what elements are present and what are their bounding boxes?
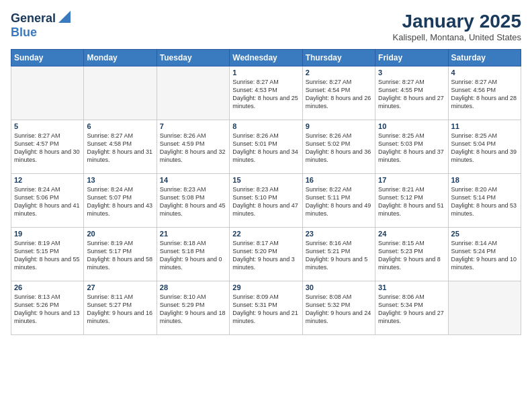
- day-info: Sunrise: 8:11 AMSunset: 5:27 PMDaylight:…: [87, 293, 153, 326]
- day-info: Sunrise: 8:24 AMSunset: 5:07 PMDaylight:…: [87, 185, 153, 218]
- day-number: 30: [306, 283, 372, 291]
- day-info: Sunrise: 8:27 AMSunset: 4:58 PMDaylight:…: [87, 132, 153, 165]
- day-cell-3: 3Sunrise: 8:27 AMSunset: 4:55 PMDaylight…: [375, 66, 448, 120]
- day-number: 9: [306, 122, 372, 130]
- day-cell-4: 4Sunrise: 8:27 AMSunset: 4:56 PMDaylight…: [448, 66, 521, 120]
- day-info: Sunrise: 8:23 AMSunset: 5:08 PMDaylight:…: [160, 185, 226, 218]
- day-header-saturday: Saturday: [448, 50, 521, 66]
- week-row-3: 12Sunrise: 8:24 AMSunset: 5:06 PMDayligh…: [11, 174, 521, 228]
- day-number: 26: [14, 283, 81, 291]
- day-info: Sunrise: 8:24 AMSunset: 5:06 PMDaylight:…: [14, 185, 81, 218]
- day-number: 31: [378, 283, 445, 291]
- day-number: 1: [232, 68, 299, 77]
- day-info: Sunrise: 8:27 AMSunset: 4:53 PMDaylight:…: [232, 78, 299, 111]
- day-number: 18: [451, 176, 518, 184]
- day-cell-16: 16Sunrise: 8:22 AMSunset: 5:11 PMDayligh…: [302, 174, 375, 228]
- logo-blue-text: Blue: [11, 26, 37, 39]
- day-number: 5: [14, 122, 81, 130]
- day-header-friday: Friday: [375, 50, 448, 66]
- day-info: Sunrise: 8:19 AMSunset: 5:15 PMDaylight:…: [14, 239, 81, 272]
- day-info: Sunrise: 8:26 AMSunset: 4:59 PMDaylight:…: [160, 132, 226, 165]
- day-number: 12: [14, 176, 81, 184]
- week-row-2: 5Sunrise: 8:27 AMSunset: 4:57 PMDaylight…: [11, 120, 521, 174]
- day-info: Sunrise: 8:08 AMSunset: 5:32 PMDaylight:…: [306, 293, 372, 326]
- day-number: 14: [160, 176, 226, 184]
- logo-general-text: General: [11, 11, 56, 26]
- day-info: Sunrise: 8:20 AMSunset: 5:14 PMDaylight:…: [451, 185, 518, 218]
- day-cell-15: 15Sunrise: 8:23 AMSunset: 5:10 PMDayligh…: [230, 174, 302, 228]
- day-info: Sunrise: 8:26 AMSunset: 5:02 PMDaylight:…: [306, 132, 372, 165]
- day-number: 23: [306, 230, 372, 238]
- logo: General Blue: [11, 11, 71, 40]
- day-cell-23: 23Sunrise: 8:16 AMSunset: 5:21 PMDayligh…: [302, 228, 375, 281]
- day-info: Sunrise: 8:10 AMSunset: 5:29 PMDaylight:…: [160, 293, 226, 326]
- day-info: Sunrise: 8:26 AMSunset: 5:01 PMDaylight:…: [232, 132, 299, 165]
- day-info: Sunrise: 8:06 AMSunset: 5:34 PMDaylight:…: [378, 293, 445, 326]
- day-number: 19: [14, 230, 81, 238]
- day-number: 20: [87, 230, 153, 238]
- day-number: 17: [378, 176, 445, 184]
- title-section: January 2025 Kalispell, Montana, United …: [393, 11, 522, 42]
- logo-triangle-icon: [58, 11, 71, 26]
- day-cell-14: 14Sunrise: 8:23 AMSunset: 5:08 PMDayligh…: [157, 174, 229, 228]
- day-cell-1: 1Sunrise: 8:27 AMSunset: 4:53 PMDaylight…: [230, 66, 302, 120]
- day-cell-7: 7Sunrise: 8:26 AMSunset: 4:59 PMDaylight…: [157, 120, 229, 174]
- empty-cell: [11, 66, 84, 120]
- day-cell-21: 21Sunrise: 8:18 AMSunset: 5:18 PMDayligh…: [157, 228, 229, 281]
- day-info: Sunrise: 8:27 AMSunset: 4:56 PMDaylight:…: [451, 78, 518, 111]
- day-info: Sunrise: 8:13 AMSunset: 5:26 PMDaylight:…: [14, 293, 81, 326]
- day-cell-26: 26Sunrise: 8:13 AMSunset: 5:26 PMDayligh…: [11, 281, 84, 335]
- day-cell-2: 2Sunrise: 8:27 AMSunset: 4:54 PMDaylight…: [302, 66, 375, 120]
- day-number: 27: [87, 283, 153, 291]
- day-info: Sunrise: 8:25 AMSunset: 5:03 PMDaylight:…: [378, 132, 445, 165]
- day-number: 7: [160, 122, 226, 130]
- day-number: 24: [378, 230, 445, 238]
- day-info: Sunrise: 8:19 AMSunset: 5:17 PMDaylight:…: [87, 239, 153, 272]
- day-cell-28: 28Sunrise: 8:10 AMSunset: 5:29 PMDayligh…: [157, 281, 229, 335]
- empty-cell: [157, 66, 229, 120]
- calendar-table: SundayMondayTuesdayWednesdayThursdayFrid…: [11, 49, 521, 335]
- day-cell-17: 17Sunrise: 8:21 AMSunset: 5:12 PMDayligh…: [375, 174, 448, 228]
- day-cell-22: 22Sunrise: 8:17 AMSunset: 5:20 PMDayligh…: [230, 228, 302, 281]
- day-cell-24: 24Sunrise: 8:15 AMSunset: 5:23 PMDayligh…: [375, 228, 448, 281]
- day-number: 13: [87, 176, 153, 184]
- day-number: 25: [451, 230, 518, 238]
- week-row-5: 26Sunrise: 8:13 AMSunset: 5:26 PMDayligh…: [11, 281, 521, 335]
- day-info: Sunrise: 8:23 AMSunset: 5:10 PMDaylight:…: [232, 185, 299, 218]
- day-number: 29: [232, 283, 299, 291]
- day-cell-9: 9Sunrise: 8:26 AMSunset: 5:02 PMDaylight…: [302, 120, 375, 174]
- day-info: Sunrise: 8:14 AMSunset: 5:24 PMDaylight:…: [451, 239, 518, 272]
- day-info: Sunrise: 8:27 AMSunset: 4:54 PMDaylight:…: [306, 78, 372, 111]
- day-cell-29: 29Sunrise: 8:09 AMSunset: 5:31 PMDayligh…: [230, 281, 302, 335]
- day-header-wednesday: Wednesday: [230, 50, 302, 66]
- day-number: 22: [232, 230, 299, 238]
- page-title: January 2025: [393, 11, 522, 32]
- day-info: Sunrise: 8:16 AMSunset: 5:21 PMDaylight:…: [306, 239, 372, 272]
- day-cell-25: 25Sunrise: 8:14 AMSunset: 5:24 PMDayligh…: [448, 228, 521, 281]
- day-number: 2: [306, 68, 372, 77]
- calendar-header-row: SundayMondayTuesdayWednesdayThursdayFrid…: [11, 50, 521, 66]
- day-number: 15: [232, 176, 299, 184]
- day-cell-10: 10Sunrise: 8:25 AMSunset: 5:03 PMDayligh…: [375, 120, 448, 174]
- day-header-monday: Monday: [84, 50, 157, 66]
- day-info: Sunrise: 8:22 AMSunset: 5:11 PMDaylight:…: [306, 185, 372, 218]
- day-header-thursday: Thursday: [302, 50, 375, 66]
- day-number: 10: [378, 122, 445, 130]
- day-info: Sunrise: 8:09 AMSunset: 5:31 PMDaylight:…: [232, 293, 299, 326]
- page-header: General Blue January 2025 Kalispell, Mon…: [11, 11, 521, 42]
- day-header-sunday: Sunday: [11, 50, 84, 66]
- day-info: Sunrise: 8:18 AMSunset: 5:18 PMDaylight:…: [160, 239, 226, 272]
- day-number: 28: [160, 283, 226, 291]
- day-number: 6: [87, 122, 153, 130]
- day-cell-11: 11Sunrise: 8:25 AMSunset: 5:04 PMDayligh…: [448, 120, 521, 174]
- day-number: 8: [232, 122, 299, 130]
- empty-cell: [84, 66, 157, 120]
- day-info: Sunrise: 8:27 AMSunset: 4:55 PMDaylight:…: [378, 78, 445, 111]
- day-cell-30: 30Sunrise: 8:08 AMSunset: 5:32 PMDayligh…: [302, 281, 375, 335]
- day-info: Sunrise: 8:15 AMSunset: 5:23 PMDaylight:…: [378, 239, 445, 272]
- week-row-4: 19Sunrise: 8:19 AMSunset: 5:15 PMDayligh…: [11, 228, 521, 281]
- day-number: 3: [378, 68, 445, 77]
- day-header-tuesday: Tuesday: [157, 50, 229, 66]
- day-cell-6: 6Sunrise: 8:27 AMSunset: 4:58 PMDaylight…: [84, 120, 157, 174]
- empty-cell: [448, 281, 521, 335]
